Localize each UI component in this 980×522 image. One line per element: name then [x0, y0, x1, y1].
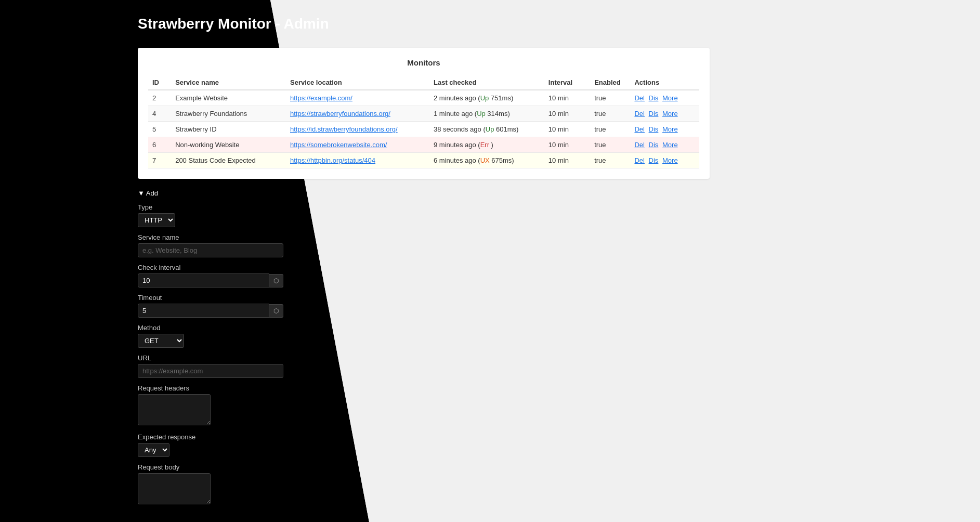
cell-enabled: true	[590, 153, 630, 168]
cell-id: 6	[148, 137, 171, 153]
expected-response-group: Expected response Any 200 201 404	[138, 433, 980, 457]
request-body-label: Request body	[138, 463, 980, 471]
check-interval-spinner[interactable]: ⬡	[269, 274, 283, 288]
status-label: Up	[480, 94, 489, 102]
check-interval-input[interactable]	[138, 273, 269, 288]
url-label: URL	[138, 354, 980, 362]
add-toggle[interactable]: ▼ Add	[138, 189, 980, 197]
cell-url[interactable]: https://somebrokenwebsite.com/	[286, 137, 429, 153]
request-body-group: Request body	[138, 463, 980, 506]
add-section: ▼ Add Type HTTP Service name Check inter…	[138, 189, 980, 506]
dis-link[interactable]: Dis	[649, 156, 659, 164]
cell-name: Example Website	[171, 90, 286, 106]
cell-actions: Del Dis More	[630, 106, 699, 122]
type-select[interactable]: HTTP	[138, 213, 175, 227]
cell-last-checked: 2 minutes ago (Up 751ms)	[429, 90, 544, 106]
table-row: 4 Strawberry Foundations https://strawbe…	[148, 106, 699, 122]
method-label: Method	[138, 324, 980, 332]
check-interval-group: Check interval ⬡	[138, 264, 980, 288]
col-header-service-location: Service location	[286, 75, 429, 90]
cell-last-checked: 9 minutes ago (Err )	[429, 137, 544, 153]
url-input[interactable]	[138, 364, 283, 378]
del-link[interactable]: Del	[634, 156, 645, 164]
col-header-service-name: Service name	[171, 75, 286, 90]
request-headers-textarea[interactable]	[138, 394, 211, 425]
more-link[interactable]: More	[662, 94, 678, 102]
col-header-enabled: Enabled	[590, 75, 630, 90]
del-link[interactable]: Del	[634, 125, 645, 133]
cell-actions: Del Dis More	[630, 153, 699, 168]
cell-actions: Del Dis More	[630, 137, 699, 153]
dis-link[interactable]: Dis	[649, 94, 659, 102]
expected-response-select[interactable]: Any 200 201 404	[138, 443, 169, 457]
cell-url[interactable]: https://httpbin.org/status/404	[286, 153, 429, 168]
url-link[interactable]: https://somebrokenwebsite.com/	[290, 141, 387, 149]
cell-interval: 10 min	[544, 122, 590, 137]
check-interval-label: Check interval	[138, 264, 980, 271]
method-group: Method GET POST PUT DELETE	[138, 324, 980, 348]
table-row: 7 200 Status Code Expected https://httpb…	[148, 153, 699, 168]
request-body-textarea[interactable]	[138, 473, 211, 504]
cell-actions: Del Dis More	[630, 122, 699, 137]
cell-url[interactable]: https://id.strawberryfoundations.org/	[286, 122, 429, 137]
check-interval-wrapper: ⬡	[138, 273, 283, 288]
url-link[interactable]: https://httpbin.org/status/404	[290, 156, 375, 164]
more-link[interactable]: More	[662, 156, 678, 164]
timeout-label: Timeout	[138, 294, 980, 302]
url-link[interactable]: https://id.strawberryfoundations.org/	[290, 125, 398, 133]
col-header-interval: Interval	[544, 75, 590, 90]
url-link[interactable]: https://strawberryfoundations.org/	[290, 110, 390, 118]
cell-interval: 10 min	[544, 90, 590, 106]
url-group: URL	[138, 354, 980, 378]
status-label: Up	[477, 110, 486, 118]
timeout-wrapper: ⬡	[138, 304, 283, 318]
service-name-group: Service name	[138, 233, 980, 257]
timeout-spinner[interactable]: ⬡	[269, 304, 283, 318]
status-label: Up	[486, 125, 494, 133]
del-link[interactable]: Del	[634, 141, 645, 149]
type-group: Type HTTP	[138, 203, 980, 227]
more-link[interactable]: More	[662, 125, 678, 133]
url-link[interactable]: https://example.com/	[290, 94, 352, 102]
expected-response-label: Expected response	[138, 433, 980, 441]
cell-enabled: true	[590, 106, 630, 122]
cell-last-checked: 6 minutes ago (UX 675ms)	[429, 153, 544, 168]
cell-url[interactable]: https://example.com/	[286, 90, 429, 106]
cell-url[interactable]: https://strawberryfoundations.org/	[286, 106, 429, 122]
monitors-table: ID Service name Service location Last ch…	[148, 75, 699, 168]
cell-name: Strawberry Foundations	[171, 106, 286, 122]
cell-name: 200 Status Code Expected	[171, 153, 286, 168]
status-label: Err	[480, 141, 489, 149]
cell-id: 7	[148, 153, 171, 168]
page-title: Strawberry Monitor - Admin	[138, 10, 980, 32]
cell-enabled: true	[590, 137, 630, 153]
cell-actions: Del Dis More	[630, 90, 699, 106]
dis-link[interactable]: Dis	[649, 125, 659, 133]
cell-id: 5	[148, 122, 171, 137]
request-headers-label: Request headers	[138, 384, 980, 392]
cell-interval: 10 min	[544, 137, 590, 153]
request-headers-group: Request headers	[138, 384, 980, 427]
cell-id: 4	[148, 106, 171, 122]
cell-interval: 10 min	[544, 153, 590, 168]
del-link[interactable]: Del	[634, 94, 645, 102]
cell-last-checked: 38 seconds ago (Up 601ms)	[429, 122, 544, 137]
cell-id: 2	[148, 90, 171, 106]
service-name-label: Service name	[138, 233, 980, 241]
dis-link[interactable]: Dis	[649, 110, 659, 118]
main-panel: Monitors ID Service name Service locatio…	[138, 48, 710, 179]
cell-name: Strawberry ID	[171, 122, 286, 137]
del-link[interactable]: Del	[634, 110, 645, 118]
timeout-group: Timeout ⬡	[138, 294, 980, 318]
dis-link[interactable]: Dis	[649, 141, 659, 149]
service-name-input[interactable]	[138, 243, 283, 257]
method-select[interactable]: GET POST PUT DELETE	[138, 334, 184, 348]
col-header-last-checked: Last checked	[429, 75, 544, 90]
more-link[interactable]: More	[662, 110, 678, 118]
table-row: 6 Non-working Website https://somebroken…	[148, 137, 699, 153]
cell-name: Non-working Website	[171, 137, 286, 153]
col-header-id: ID	[148, 75, 171, 90]
type-label: Type	[138, 203, 980, 211]
more-link[interactable]: More	[662, 141, 678, 149]
timeout-input[interactable]	[138, 304, 269, 318]
